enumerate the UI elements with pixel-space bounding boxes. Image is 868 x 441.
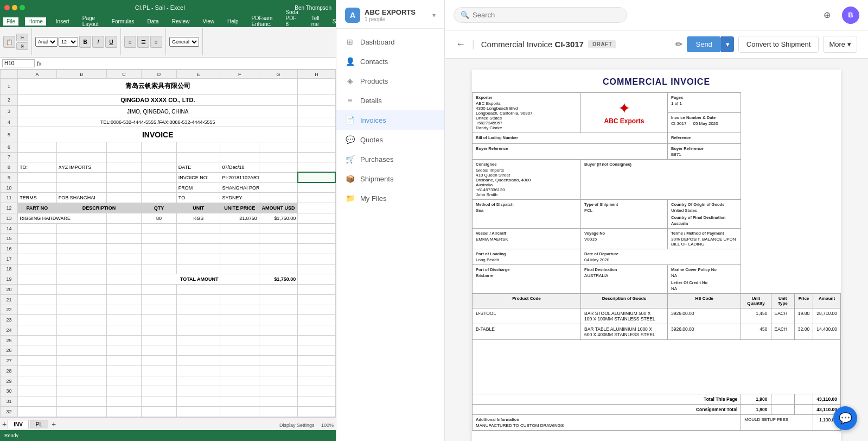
cut-button[interactable]: ✂ [16, 34, 28, 41]
row-29-header[interactable]: 29 [1, 376, 18, 386]
row-15-header[interactable]: 15 [1, 234, 18, 244]
col-desc-header[interactable]: DESCRIPTION [56, 203, 142, 213]
more-button[interactable]: More ▾ [823, 36, 857, 53]
h10-cell[interactable] [298, 172, 335, 182]
col-unit-header[interactable]: UNIT [176, 203, 220, 213]
row-22-header[interactable]: 22 [1, 305, 18, 315]
cell-reference-input[interactable]: H10 [2, 59, 35, 67]
terms-label-cell[interactable]: TERMS [18, 193, 56, 203]
item-amount-cell[interactable]: $1,750.00 [259, 213, 297, 223]
invno-label-cell[interactable]: INVOICE NO: [176, 172, 220, 182]
company-location-cell[interactable]: JIMO, QINGDAO, CHINA [18, 106, 298, 117]
from-value-cell[interactable]: SHANGHAI PORT [220, 182, 259, 193]
row-7-header[interactable]: 7 [1, 152, 18, 162]
row-9-header[interactable]: 9 [1, 172, 18, 182]
ribbon-tab-help[interactable]: Help [224, 17, 242, 26]
col-a-header[interactable]: A [18, 70, 56, 79]
ribbon-tab-insert[interactable]: Insert [53, 17, 73, 26]
sidebar-chevron-icon[interactable]: ▾ [432, 11, 436, 19]
row-30-header[interactable]: 30 [1, 386, 18, 396]
align-left-button[interactable]: ≡ [124, 36, 136, 48]
bold-button[interactable]: B [79, 36, 91, 48]
total-label-cell[interactable]: TOTAL AMOUNT [142, 274, 220, 285]
row-32-header[interactable]: 32 [1, 406, 18, 417]
row-23-header[interactable]: 23 [1, 315, 18, 325]
maximize-dot[interactable] [20, 5, 25, 10]
col-e-header[interactable]: E [176, 70, 220, 79]
row-4-header[interactable]: 4 [1, 117, 18, 127]
row-12-header[interactable]: 12 [1, 203, 18, 213]
row-18-header[interactable]: 18 [1, 264, 18, 274]
back-button[interactable]: ← [456, 39, 465, 50]
sidebar-item-purchases[interactable]: 🛒 Purchases [336, 149, 444, 169]
item-qty-cell[interactable]: 80 [142, 213, 177, 223]
row-6-header[interactable]: 6 [1, 142, 18, 152]
row1-h[interactable] [298, 79, 335, 94]
ribbon-tab-file[interactable]: File [3, 17, 18, 26]
row-19-header[interactable]: 19 [1, 274, 18, 285]
col-partno-header[interactable]: PART NO [18, 203, 56, 213]
ribbon-tab-formulas[interactable]: Formulas [108, 17, 138, 26]
date-label-cell[interactable]: DATE [176, 162, 220, 173]
row-2-header[interactable]: 2 [1, 94, 18, 106]
row-1-header[interactable]: 1 [1, 79, 18, 94]
sheet-tab-inv[interactable]: INV [8, 420, 29, 429]
row-28-header[interactable]: 28 [1, 366, 18, 376]
sidebar-item-shipments[interactable]: 📦 Shipments [336, 169, 444, 188]
align-center-button[interactable]: ☰ [137, 36, 149, 48]
col-c-header[interactable]: C [106, 70, 142, 79]
invno-value-cell[interactable]: PI-20181102AR1-Y [220, 172, 259, 182]
col-amount-header[interactable]: AMOUNT USD [259, 203, 297, 213]
align-right-button[interactable]: ≡ [150, 36, 162, 48]
font-select[interactable]: Arial [35, 37, 58, 47]
col-h-header[interactable]: H [298, 70, 335, 79]
sidebar-item-products[interactable]: ◈ Products [336, 71, 444, 91]
row-5-header[interactable]: 5 [1, 127, 18, 142]
row-3-header[interactable]: 3 [1, 106, 18, 117]
row-17-header[interactable]: 17 [1, 254, 18, 264]
col-unitprice-header[interactable]: UNITE PRICE [220, 203, 259, 213]
col-f-header[interactable]: F [220, 70, 259, 79]
row-24-header[interactable]: 24 [1, 325, 18, 335]
close-dot[interactable] [4, 5, 10, 10]
add-sheet-button-2[interactable]: + [52, 420, 56, 429]
ribbon-tab-data[interactable]: Data [144, 17, 162, 26]
convert-to-shipment-button[interactable]: Convert to Shipment [738, 36, 819, 53]
ribbon-tab-tellme[interactable]: Tell me [308, 14, 323, 28]
row-25-header[interactable]: 25 [1, 335, 18, 345]
row-27-header[interactable]: 27 [1, 356, 18, 366]
ribbon-tab-pagelayout[interactable]: Page Layout [79, 14, 102, 28]
paste-button[interactable]: 📋 [3, 36, 15, 48]
number-format-select[interactable]: General [169, 37, 199, 47]
date-value-cell[interactable]: 07/Dec/18 [220, 162, 259, 173]
chat-button[interactable]: 💬 [833, 406, 857, 430]
row-8-header[interactable]: 8 [1, 162, 18, 173]
minimize-dot[interactable] [12, 5, 17, 10]
ribbon-tab-home[interactable]: Home [25, 17, 46, 26]
sidebar-item-details[interactable]: ≡ Details [336, 91, 444, 110]
terms-value-cell[interactable]: FOB SHANGHAI [56, 193, 106, 203]
sidebar-item-myfiles[interactable]: 📁 My Files [336, 188, 444, 208]
search-input[interactable] [473, 11, 620, 19]
row-21-header[interactable]: 21 [1, 294, 18, 305]
item-desc-cell[interactable]: RIGGING HARDWARE [18, 213, 107, 223]
row-14-header[interactable]: 14 [1, 223, 18, 234]
row-11-header[interactable]: 11 [1, 193, 18, 203]
row-31-header[interactable]: 31 [1, 396, 18, 407]
sidebar-item-quotes[interactable]: 💬 Quotes [336, 130, 444, 149]
sidebar-item-dashboard[interactable]: ⊞ Dashboard [336, 32, 444, 52]
add-button[interactable]: ⊕ [818, 7, 835, 24]
fontsize-select[interactable]: 12 [59, 37, 78, 47]
to-label-cell[interactable]: TO: [18, 162, 56, 173]
to-value-cell[interactable]: XYZ IMPORTS [56, 162, 106, 173]
from-label-cell[interactable]: FROM [176, 182, 220, 193]
ribbon-tab-view[interactable]: View [199, 17, 218, 26]
company-chinese-cell[interactable]: 青岛云帆索具有限公司 [18, 79, 298, 94]
company-en-cell[interactable]: QINGDAO XXXX CO., LTD. [18, 94, 298, 106]
row-16-header[interactable]: 16 [1, 244, 18, 254]
col-g-header[interactable]: G [259, 70, 297, 79]
add-sheet-button[interactable]: + [2, 420, 7, 429]
to2-value-cell[interactable]: SYDNEY [220, 193, 259, 203]
italic-button[interactable]: I [92, 36, 104, 48]
sheet-tab-pl[interactable]: PL [30, 420, 48, 429]
